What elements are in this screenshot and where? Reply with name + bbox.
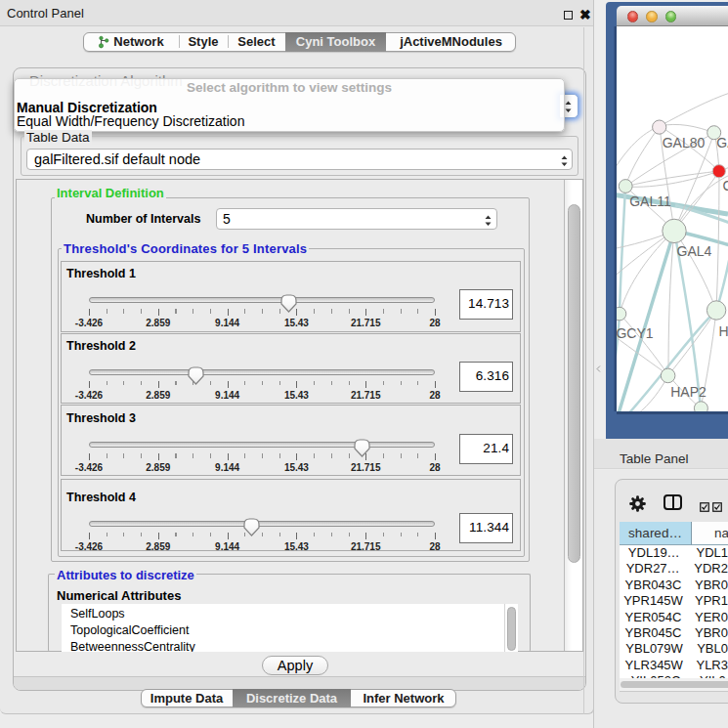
svg-text:GAL11: GAL11	[629, 193, 671, 209]
svg-text:H: H	[719, 323, 728, 339]
svg-text:C: C	[723, 178, 728, 193]
svg-text:GA: GA	[716, 135, 728, 150]
svg-text:GAL4: GAL4	[677, 243, 712, 259]
svg-text:HAP2: HAP2	[670, 384, 707, 400]
svg-text:GCY1: GCY1	[617, 325, 654, 341]
svg-text:GAL80: GAL80	[663, 135, 706, 150]
